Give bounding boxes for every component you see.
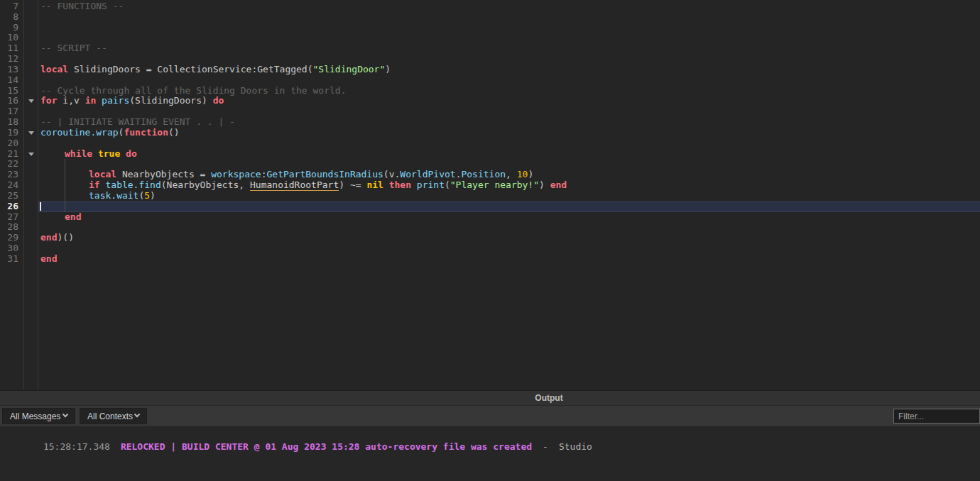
token-kw: local — [40, 64, 68, 74]
token-bi: WorldPivot — [400, 169, 455, 179]
code-line-9[interactable]: 9 — [0, 23, 980, 33]
line-number[interactable]: 31 — [0, 254, 18, 265]
token-cn: true — [98, 148, 120, 159]
line-number[interactable]: 21 — [0, 149, 18, 160]
code-text: task.wait(5) — [38, 191, 980, 201]
token-cm: -- SCRIPT -- — [40, 43, 107, 53]
line-number[interactable]: 23 — [0, 170, 18, 180]
code-line-21[interactable]: 21while true do — [0, 149, 980, 160]
line-number[interactable]: 27 — [0, 212, 18, 223]
line-number[interactable]: 11 — [0, 43, 18, 54]
contexts-filter-dropdown[interactable]: All Contexts — [80, 408, 147, 424]
output-filter-input[interactable] — [893, 409, 980, 424]
line-number[interactable]: 22 — [0, 159, 18, 170]
line-number[interactable]: 20 — [0, 138, 18, 149]
token-bi: workspace — [211, 169, 261, 179]
code-line-19[interactable]: 19coroutine.wrap(function() — [0, 128, 980, 138]
code-line-29[interactable]: 29end)() — [0, 233, 980, 243]
token-kw: for — [40, 95, 57, 106]
code-line-26[interactable]: 26 — [0, 201, 980, 212]
token-kw: in — [85, 95, 97, 106]
code-text: -- Cycle through all of the Sliding Door… — [38, 86, 980, 96]
fold-gutter — [18, 191, 38, 201]
line-number[interactable]: 15 — [0, 86, 18, 96]
line-number[interactable]: 13 — [0, 65, 18, 75]
line-number[interactable]: 10 — [0, 33, 18, 43]
code-line-28[interactable]: 28 — [0, 222, 980, 233]
output-panel-titlebar[interactable]: Output — [0, 390, 980, 406]
code-line-7[interactable]: 7-- FUNCTIONS -- — [0, 1, 980, 12]
code-text — [38, 12, 980, 23]
token-pl: (NearbyObjects, — [161, 179, 250, 190]
line-number[interactable]: 24 — [0, 180, 18, 191]
line-number[interactable]: 18 — [0, 117, 18, 128]
code-line-24[interactable]: 24if table.find(NearbyObjects, HumanoidR… — [0, 180, 980, 191]
line-number[interactable]: 14 — [0, 75, 18, 86]
indent-guide — [65, 159, 65, 170]
code-line-10[interactable]: 10 — [0, 33, 980, 43]
code-line-22[interactable]: 22 — [0, 159, 980, 170]
fold-arrow-icon[interactable] — [18, 149, 38, 160]
code-line-25[interactable]: 25task.wait(5) — [0, 191, 980, 201]
code-line-31[interactable]: 31end — [0, 254, 980, 265]
line-number[interactable]: 16 — [0, 96, 18, 106]
code-line-18[interactable]: 18-- | INITIATE WAITING EVENT . . | - — [0, 117, 980, 128]
code-line-17[interactable]: 17 — [0, 106, 980, 117]
code-line-8[interactable]: 8 — [0, 12, 980, 23]
code-line-11[interactable]: 11-- SCRIPT -- — [0, 43, 980, 54]
token-kw: function — [124, 127, 168, 138]
code-line-30[interactable]: 30 — [0, 243, 980, 254]
line-number[interactable]: 25 — [0, 191, 18, 201]
line-number[interactable]: 7 — [0, 1, 18, 12]
log-message: RELOCKED | BUILD CENTER @ 01 Aug 2023 15… — [121, 441, 532, 452]
token-kw: end — [40, 253, 57, 264]
messages-filter-dropdown[interactable]: All Messages — [2, 408, 75, 424]
line-number[interactable]: 30 — [0, 243, 18, 254]
code-line-27[interactable]: 27end — [0, 212, 980, 223]
code-line-16[interactable]: 16for i,v in pairs(SlidingDoors) do — [0, 96, 980, 106]
line-number[interactable]: 19 — [0, 128, 18, 138]
fold-gutter — [18, 33, 38, 43]
fold-gutter — [18, 1, 38, 12]
code-text — [38, 75, 980, 86]
code-text — [38, 106, 980, 117]
text-cursor — [40, 202, 41, 211]
line-number[interactable]: 8 — [0, 12, 18, 23]
code-text: -- SCRIPT -- — [38, 43, 980, 54]
script-editor[interactable]: 7-- FUNCTIONS --891011-- SCRIPT --1213lo… — [0, 0, 980, 390]
token-nm: 10 — [517, 169, 528, 179]
fold-arrow-icon[interactable] — [18, 128, 38, 138]
line-number[interactable]: 29 — [0, 233, 18, 243]
fold-gutter — [18, 65, 38, 75]
chevron-down-icon — [134, 411, 140, 416]
fold-gutter — [18, 23, 38, 33]
token-pl: , — [506, 169, 517, 179]
line-number[interactable]: 12 — [0, 54, 18, 65]
code-line-23[interactable]: 23local NearbyObjects = workspace:GetPar… — [0, 170, 980, 180]
code-line-20[interactable]: 20 — [0, 138, 980, 149]
code-line-12[interactable]: 12 — [0, 54, 980, 65]
fold-gutter — [18, 86, 38, 96]
token-pl: () — [168, 127, 180, 138]
code-text — [38, 222, 980, 233]
fold-gutter — [18, 138, 38, 149]
code-text: end — [38, 254, 980, 265]
code-text: end — [38, 212, 980, 223]
indent-guide — [65, 191, 65, 201]
code-text — [38, 138, 980, 149]
contexts-filter-label: All Contexts — [87, 411, 133, 421]
code-line-13[interactable]: 13local SlidingDoors = CollectionService… — [0, 65, 980, 75]
token-pl — [120, 148, 126, 159]
code-lines: 7-- FUNCTIONS --891011-- SCRIPT --1213lo… — [0, 1, 980, 265]
code-line-14[interactable]: 14 — [0, 75, 980, 86]
line-number[interactable]: 17 — [0, 106, 18, 117]
messages-filter-label: All Messages — [10, 411, 60, 421]
fold-gutter — [18, 106, 38, 117]
line-number[interactable]: 9 — [0, 23, 18, 33]
line-number[interactable]: 28 — [0, 222, 18, 233]
fold-arrow-icon[interactable] — [18, 96, 38, 106]
code-line-15[interactable]: 15-- Cycle through all of the Sliding Do… — [0, 86, 980, 96]
line-number[interactable]: 26 — [0, 201, 18, 212]
output-log[interactable]: 15:28:17.348RELOCKED | BUILD CENTER @ 01… — [0, 426, 980, 481]
token-kw: do — [213, 95, 224, 106]
